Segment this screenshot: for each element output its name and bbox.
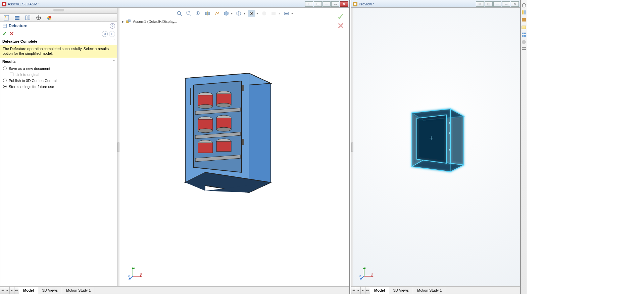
help-button[interactable]: ? [110,23,115,29]
resources-icon[interactable] [521,10,527,15]
defeature-icon [2,24,7,28]
zoom-to-fit-button[interactable] [176,10,183,17]
hide-show-items-button[interactable] [248,10,255,17]
svg-rect-1 [5,16,6,17]
tab-model[interactable]: Model [370,287,389,294]
manager-tabs [0,14,117,22]
apply-scene-button[interactable] [270,10,277,17]
view-settings-button[interactable] [283,10,290,17]
dropdown-caret-icon[interactable]: ▼ [256,12,259,15]
confirmation-corner-check-icon[interactable]: ✓ [337,11,345,22]
dynamic-annotation-button[interactable] [213,10,220,17]
viewport-dual-button[interactable]: ◫ [314,1,322,7]
breadcrumb-text: Assem1 (Default<Display... [133,19,177,24]
minimize-button[interactable]: — [493,1,501,7]
feature-manager-tab[interactable] [2,14,10,21]
dimxpert-manager-tab[interactable] [35,14,43,21]
window-title: Preview * [359,2,476,6]
home-icon[interactable] [521,2,527,8]
dropdown-caret-icon[interactable]: ▼ [243,12,246,15]
display-manager-tab[interactable] [45,14,53,21]
tab-3d-views[interactable]: 3D Views [38,287,62,294]
custom-properties-icon[interactable] [521,47,527,52]
property-manager-tab[interactable] [13,14,21,21]
confirmation-corner-x-icon[interactable]: ✕ [337,21,345,29]
feature-breadcrumb[interactable]: ▸ Assem1 (Default<Display... [122,19,177,24]
main-viewport[interactable]: ▼ ▼ ▼ ▼ ▼ ▸ Assem1 (Default<Display... ✓… [119,8,349,286]
section-view-button[interactable] [204,10,211,17]
option-store-settings[interactable]: Store settings for future use [3,85,114,89]
tab-motion-study[interactable]: Motion Study 1 [62,287,95,294]
close-button[interactable]: ✕ [511,1,519,7]
zoom-to-area-button[interactable] [185,10,192,17]
viewport-split-button[interactable]: ⊞ [305,1,313,7]
design-library-icon[interactable] [521,17,527,23]
cancel-button[interactable]: ✕ [9,31,14,37]
tab-motion-study[interactable]: Motion Study 1 [413,287,446,294]
tab-scroll-prev[interactable]: ◂ [356,287,361,294]
maximize-button[interactable]: ▭ [331,1,339,7]
svg-rect-24 [271,12,276,15]
tab-scroll-next[interactable]: ▸ [10,287,14,294]
dropdown-caret-icon[interactable]: ▼ [291,12,293,15]
svg-rect-6 [28,16,30,20]
svg-marker-62 [140,275,142,277]
edit-appearance-button[interactable] [260,10,268,17]
option-publish-contentcentral[interactable]: Publish to 3D ContentCentral [3,79,114,83]
svg-text:X: X [371,273,373,275]
triad-axes[interactable]: Y X Z [128,266,142,280]
svg-point-13 [177,11,181,15]
tab-model[interactable]: Model [19,287,38,294]
next-step-button[interactable]: ▸ [109,31,115,37]
svg-rect-2 [15,16,19,17]
tab-scroll-prev[interactable]: ◂ [5,287,10,294]
preview-icon [353,2,357,6]
svg-text:Z: Z [128,275,130,277]
triad-axes[interactable]: Y X Z [359,266,374,280]
section-results[interactable]: Results ˄ [0,58,117,65]
panel-toolbar [0,8,117,14]
minimize-button[interactable]: — [323,1,331,7]
option-save-new-document[interactable]: Save as a new document [3,67,114,71]
maximize-button[interactable]: ▭ [502,1,510,7]
svg-point-22 [251,13,252,14]
tab-scroll-next[interactable]: ▸ [361,287,365,294]
radio-icon [3,67,7,70]
close-button[interactable]: ✕ [340,1,348,7]
tab-scroll-first[interactable]: ⏮ [351,287,356,294]
expand-arrow-icon[interactable]: ▸ [122,19,124,24]
tab-scroll-last[interactable]: ⏭ [365,287,370,294]
tab-scroll-last[interactable]: ⏭ [14,287,19,294]
dropdown-caret-icon[interactable]: ▼ [231,12,233,15]
ok-button[interactable]: ✓ [2,31,7,37]
preview-window: Preview * ⊞ ◫ — ▭ ✕ [351,0,521,294]
configuration-manager-tab[interactable] [24,14,32,21]
chevron-up-icon: ˄ [113,39,115,43]
preview-model[interactable] [407,106,467,180]
previous-step-button[interactable]: ◂ [102,31,108,37]
option-label: Save as a new document [9,67,50,71]
viewport-split-button[interactable]: ⊞ [476,1,484,7]
display-style-button[interactable] [235,10,243,17]
svg-rect-87 [524,10,526,14]
section-defeature-complete[interactable]: Defeature Complete ˄ [0,38,117,45]
svg-point-94 [522,40,526,44]
section-title: Defeature Complete [2,39,37,43]
svg-marker-29 [249,73,271,193]
window-splitter[interactable] [350,0,350,294]
svg-rect-28 [128,20,130,22]
tab-scroll-first[interactable]: ⏮ [0,287,5,294]
svg-text:Y: Y [134,267,135,269]
preview-viewport[interactable]: Y X Z [353,8,520,286]
view-orientation-button[interactable] [222,10,230,17]
option-link-to-original[interactable]: Link to original [3,73,114,77]
view-palette-icon[interactable] [521,32,527,37]
file-explorer-icon[interactable] [521,25,527,30]
complete-message: The Defeature operation completed succes… [0,45,117,58]
model-cabinet[interactable] [182,68,276,196]
appearances-icon[interactable] [521,39,527,45]
previous-view-button[interactable] [194,10,202,17]
tab-3d-views[interactable]: 3D Views [389,287,413,294]
viewport-dual-button[interactable]: ◫ [485,1,493,7]
svg-marker-81 [371,275,374,277]
